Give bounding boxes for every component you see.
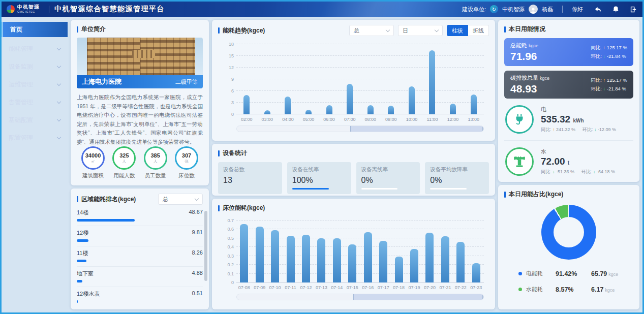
device-stat-value: 100% xyxy=(292,176,346,185)
bar-column xyxy=(319,44,340,114)
device-stat-label: 设备在线率 xyxy=(292,166,346,173)
title-accent-bar xyxy=(218,27,220,34)
bar xyxy=(367,105,374,114)
trend-type-select[interactable]: 总 xyxy=(349,25,394,36)
intro-stat-value: 385 xyxy=(150,152,160,159)
x-axis-tick-label: 06:00 xyxy=(319,117,340,122)
device-stats-title-text: 设备统计 xyxy=(223,149,247,158)
notification-bell-icon[interactable] xyxy=(612,6,620,13)
bar xyxy=(347,84,353,114)
yoy-row: 同比: ↑ 125.17 % xyxy=(591,44,627,52)
y-axis-tick-label: 0.5 xyxy=(220,236,234,241)
meter-info: 电535.32 kWh同比: ↑ 241.32 %环比: ↓ -12.09 % xyxy=(541,106,616,133)
sidebar-item-label: 配置管理 xyxy=(9,134,33,142)
trend-datazoom-slider[interactable] xyxy=(236,125,484,132)
sidebar-item-2[interactable]: 设备监测 xyxy=(2,58,68,76)
bar-column xyxy=(257,44,278,114)
area-ranking-card: 区域能耗排名(kgce) 总 14楼48.6712楼9.8111楼8.26地下室… xyxy=(71,189,209,309)
x-axis-tick-label: 07-12 xyxy=(298,285,314,290)
x-axis-tick-label: 11:00 xyxy=(422,117,443,122)
up-arrow-icon: ↑ xyxy=(603,45,605,50)
device-stats-card: 设备统计 设备总数13设备在线率100%设备离线率0%设备平均故障率0% xyxy=(212,144,495,196)
ranking-bar xyxy=(77,280,82,282)
bar xyxy=(326,105,332,114)
title-accent-bar xyxy=(218,205,220,211)
bar xyxy=(456,242,465,282)
bed-datazoom-slider[interactable] xyxy=(236,294,484,300)
intro-stat-unit: 人 xyxy=(154,159,158,164)
y-axis-tick-label: 0 xyxy=(220,280,234,285)
bar-column xyxy=(453,221,468,282)
energy-share-card: 本日用能占比(kgce) 电能耗91.42%65.79kgce水能耗8.57%6… xyxy=(498,185,639,309)
line-view-button[interactable]: 折线 xyxy=(468,25,489,36)
summary-card-left: 碳排放总量 kgce48.93 xyxy=(510,74,549,95)
sidebar-item-5[interactable]: 基础配置 xyxy=(2,111,68,129)
legend-unit: kgce xyxy=(605,288,615,293)
bar xyxy=(441,236,449,282)
intro-stat-circle: 34000㎡ xyxy=(81,146,105,170)
back-arrow-icon[interactable] xyxy=(594,6,602,13)
chevron-down-icon xyxy=(386,28,390,32)
x-axis-tick-label: 07-10 xyxy=(267,285,283,290)
ranking-row: 12楼9.81 xyxy=(77,226,203,246)
sidebar-item-4[interactable]: 告警管理 xyxy=(2,93,68,111)
chevron-down-icon xyxy=(57,100,61,104)
bar-view-button[interactable]: 柱状 xyxy=(447,25,468,36)
ranking-type-select[interactable]: 总 xyxy=(158,194,203,205)
summary-value: 48.93 xyxy=(510,83,549,95)
bar-column xyxy=(438,221,453,282)
bar xyxy=(429,50,435,114)
header-divider xyxy=(49,6,49,13)
ranking-row: 12楼水表0.51 xyxy=(77,287,203,304)
down-arrow-icon: ↓ xyxy=(593,169,596,174)
bar xyxy=(240,224,248,282)
bar-column xyxy=(298,44,319,114)
hospital-photo: 上海电力医院 二级甲等 xyxy=(77,38,203,88)
intro-stat-unit: 人 xyxy=(122,159,127,164)
user-name: 杨磊 xyxy=(542,6,553,13)
org-name: 中机智源 xyxy=(502,6,525,13)
ranking-scrollbar[interactable] xyxy=(204,211,207,281)
summary-unit: kgce xyxy=(540,76,549,81)
down-arrow-icon: ↓ xyxy=(603,53,605,59)
logout-icon[interactable] xyxy=(630,6,637,13)
legend-percent: 91.42% xyxy=(556,270,591,277)
trend-period-select[interactable]: 日 xyxy=(398,25,443,36)
bar xyxy=(348,244,356,282)
y-axis-tick-label: 6 xyxy=(220,88,234,93)
meter-row-water: 水72.00 t同比: ↓ -51.36 %环比: ↓ -64.18 % xyxy=(504,141,633,182)
device-stat-box: 设备总数13 xyxy=(218,162,282,194)
legend-name: 电能耗 xyxy=(526,270,556,277)
avatar[interactable] xyxy=(529,5,538,14)
x-axis-tick-label: 07-14 xyxy=(329,285,345,290)
device-stat-box: 设备平均故障率0% xyxy=(425,162,489,194)
sidebar-item-home[interactable]: 首页 xyxy=(2,22,68,37)
hospital-building-bridge xyxy=(132,50,155,58)
bar xyxy=(409,86,415,114)
bar-column xyxy=(345,221,360,282)
y-axis-tick-label: 18 xyxy=(220,42,234,47)
intro-stat-label: 建筑面积 xyxy=(82,172,104,179)
sidebar-item-6[interactable]: 配置管理 xyxy=(2,129,68,147)
datazoom-selection[interactable] xyxy=(353,294,483,300)
device-stat-progress xyxy=(361,188,398,190)
legend-row: 电能耗91.42%65.79kgce xyxy=(518,270,633,277)
sidebar-item-1[interactable]: 能耗管理 xyxy=(2,40,68,58)
bar-column xyxy=(278,44,298,114)
bar xyxy=(317,238,325,282)
trend-plot-area: 0369121518 xyxy=(236,44,484,114)
title-accent-bar xyxy=(218,150,220,156)
today-usage-title-text: 本日用能情况 xyxy=(509,25,545,34)
ranking-select-value: 总 xyxy=(163,196,168,203)
x-axis-tick-label: 04:00 xyxy=(278,117,298,122)
sidebar-item-3[interactable]: 运维管理 xyxy=(2,76,68,93)
x-axis-tick-label: 05:00 xyxy=(298,117,319,122)
org-logo-icon: ↻ xyxy=(490,5,498,13)
ranking-row-line: 14楼48.67 xyxy=(77,209,203,216)
bar-column xyxy=(422,221,437,282)
device-stat-label: 设备总数 xyxy=(223,166,277,173)
ranking-area-value: 48.67 xyxy=(189,209,203,216)
datazoom-selection[interactable] xyxy=(350,126,483,132)
bar-column xyxy=(463,44,484,114)
bar xyxy=(410,249,418,282)
